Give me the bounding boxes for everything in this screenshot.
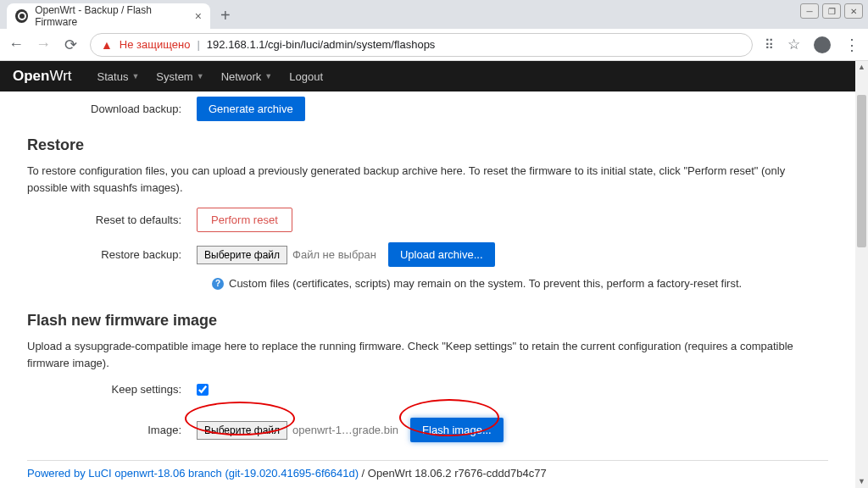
chevron-down-icon: ▼: [131, 72, 139, 80]
profile-icon[interactable]: [814, 36, 831, 53]
forward-icon[interactable]: →: [36, 36, 51, 53]
info-icon: ?: [212, 278, 224, 290]
url-separator: |: [197, 38, 199, 51]
reload-icon[interactable]: ⟳: [63, 36, 78, 54]
flash-heading: Flash new firmware image: [27, 312, 828, 330]
upload-archive-button[interactable]: Upload archive...: [388, 242, 495, 267]
url-text: 192.168.1.1/cgi-bin/luci/admin/system/fl…: [207, 38, 436, 51]
nav-status[interactable]: Status▼: [97, 70, 140, 83]
page-content: Download backup: Generate archive Restor…: [0, 97, 855, 442]
window-controls: ─ ❐ ✕: [800, 3, 863, 19]
keep-settings-label: Keep settings:: [27, 383, 197, 396]
new-tab-button[interactable]: +: [210, 6, 241, 25]
browser-tab-strip: OpenWrt - Backup / Flash Firmware × + ─ …: [0, 0, 868, 29]
restore-heading: Restore: [27, 136, 828, 154]
close-tab-icon[interactable]: ×: [195, 9, 202, 23]
generate-archive-button[interactable]: Generate archive: [197, 97, 305, 121]
back-icon[interactable]: ←: [8, 36, 24, 53]
perform-reset-button[interactable]: Perform reset: [197, 208, 292, 232]
browser-tab[interactable]: OpenWrt - Backup / Flash Firmware ×: [7, 3, 210, 29]
keep-settings-checkbox[interactable]: [197, 384, 209, 396]
warning-icon: ▲: [101, 38, 113, 52]
translate-icon[interactable]: ⠿: [765, 37, 774, 53]
maximize-icon[interactable]: ❐: [822, 3, 841, 19]
browser-toolbar: ← → ⟳ ▲ Не защищено | 192.168.1.1/cgi-bi…: [0, 29, 868, 61]
close-window-icon[interactable]: ✕: [844, 3, 863, 19]
nav-system[interactable]: System▼: [156, 70, 203, 83]
reset-defaults-label: Reset to defaults:: [27, 214, 197, 226]
chevron-down-icon: ▼: [264, 72, 272, 80]
minimize-icon[interactable]: ─: [800, 3, 819, 19]
footer-separator: [27, 460, 828, 461]
openwrt-navbar: OpenWrt Status▼ System▼ Network▼ Logout: [0, 61, 868, 92]
bookmark-star-icon[interactable]: ☆: [787, 36, 800, 53]
url-bar[interactable]: ▲ Не защищено | 192.168.1.1/cgi-bin/luci…: [90, 33, 753, 57]
scrollbar[interactable]: ▲ ▼: [855, 61, 868, 488]
not-secure-label: Не защищено: [120, 38, 191, 51]
flash-description: Upload a sysupgrade-compatible image her…: [27, 338, 828, 371]
nav-logout[interactable]: Logout: [289, 70, 323, 83]
restore-file-status: Файл не выбран: [292, 248, 376, 261]
footer-link[interactable]: Powered by LuCI openwrt-18.06 branch (gi…: [27, 467, 359, 480]
restore-hint: ? Custom files (certificates, scripts) m…: [212, 277, 828, 290]
chevron-down-icon: ▼: [197, 72, 204, 80]
openwrt-logo[interactable]: OpenWrt: [13, 68, 72, 85]
image-label: Image:: [27, 424, 197, 436]
footer: Powered by LuCI openwrt-18.06 branch (gi…: [27, 467, 547, 480]
restore-choose-file-button[interactable]: Выберите файл: [197, 246, 287, 264]
flash-image-button[interactable]: Flash image...: [410, 418, 504, 442]
favicon-icon: [15, 9, 28, 23]
restore-description: To restore configuration files, you can …: [27, 163, 828, 196]
image-choose-file-button[interactable]: Выберите файл: [197, 421, 287, 440]
menu-dots-icon[interactable]: ⋮: [844, 36, 860, 54]
tab-title: OpenWrt - Backup / Flash Firmware: [35, 4, 188, 28]
scrollbar-thumb[interactable]: [857, 95, 866, 247]
download-backup-label: Download backup:: [27, 103, 197, 115]
restore-backup-label: Restore backup:: [27, 248, 197, 261]
nav-network[interactable]: Network▼: [221, 70, 273, 83]
image-file-status: openwrt-1…grade.bin: [292, 424, 398, 436]
